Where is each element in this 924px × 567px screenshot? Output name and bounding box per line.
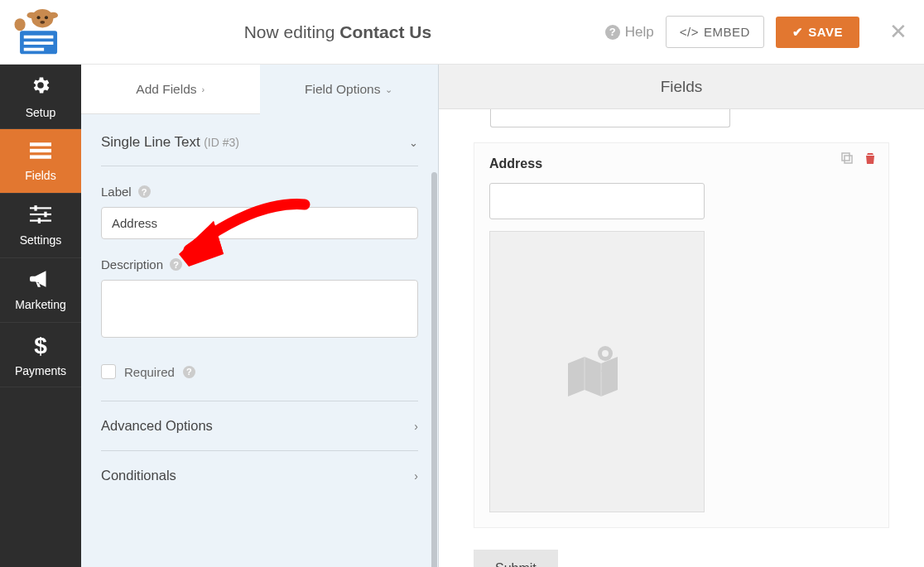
label-label: Label ?	[101, 185, 418, 199]
description-row: Description ?	[101, 257, 418, 341]
scrollbar-track	[431, 65, 437, 567]
conditionals-label: Conditionals	[101, 468, 176, 483]
description-text: Description	[101, 257, 163, 271]
nav-fields[interactable]: Fields	[0, 129, 81, 194]
address-title: Address	[489, 156, 873, 171]
svg-rect-7	[24, 35, 54, 38]
conditionals-row[interactable]: Conditionals ›	[101, 450, 418, 500]
close-icon[interactable]: ✕	[889, 19, 907, 45]
svg-rect-15	[30, 213, 51, 214]
title-prefix: Now editing	[244, 22, 340, 41]
svg-rect-21	[845, 156, 852, 163]
field-actions	[840, 151, 877, 165]
help-link[interactable]: ? Help	[605, 24, 654, 41]
dollar-icon: $	[34, 333, 47, 359]
fields-header-label: Fields	[661, 78, 703, 96]
code-icon: </>	[680, 25, 699, 39]
panel-tabs: Add Fields › Field Options ⌄	[81, 65, 438, 114]
svg-point-4	[45, 16, 48, 19]
nav-fields-label: Fields	[25, 169, 55, 182]
nav-marketing-label: Marketing	[15, 298, 65, 311]
chevron-down-icon: ⌄	[409, 137, 418, 149]
svg-rect-11	[30, 142, 51, 146]
svg-rect-12	[30, 148, 51, 151]
tab-field-options[interactable]: Field Options ⌄	[260, 65, 439, 114]
label-row: Label ?	[101, 185, 418, 239]
nav-settings-label: Settings	[20, 233, 62, 247]
svg-point-10	[15, 18, 26, 31]
field-type-name: Single Line Text	[101, 134, 200, 150]
submit-button[interactable]: Submit	[474, 550, 558, 567]
svg-point-2	[49, 12, 58, 18]
embed-button[interactable]: </> EMBED	[666, 16, 764, 48]
map-pin-icon	[560, 339, 634, 405]
description-input[interactable]	[101, 280, 418, 338]
svg-point-3	[37, 16, 41, 19]
svg-point-0	[31, 8, 53, 27]
svg-rect-19	[38, 218, 41, 223]
top-bar: Now editing Contact Us ? Help </> EMBED …	[0, 0, 924, 65]
svg-point-5	[40, 20, 45, 23]
embed-label: EMBED	[704, 25, 750, 39]
svg-point-23	[602, 350, 609, 357]
advanced-label: Advanced Options	[101, 418, 213, 434]
list-icon	[30, 141, 51, 164]
gear-icon	[30, 74, 51, 101]
nav-settings[interactable]: Settings	[0, 194, 81, 258]
tab-options-label: Field Options	[305, 82, 380, 97]
options-panel: Add Fields › Field Options ⌄ Single Line…	[81, 65, 439, 567]
svg-rect-13	[30, 155, 51, 158]
sliders-icon	[30, 205, 51, 228]
map-placeholder	[489, 231, 705, 512]
nav-setup-label: Setup	[26, 106, 56, 119]
help-icon: ?	[605, 25, 620, 40]
required-label: Required	[124, 365, 175, 379]
title-bold: Contact Us	[339, 22, 431, 41]
advanced-options-row[interactable]: Advanced Options ›	[101, 401, 418, 450]
field-id-tag: (ID #3)	[204, 136, 239, 149]
submit-label: Submit	[495, 561, 537, 567]
help-icon[interactable]: ?	[183, 366, 195, 378]
left-nav: Setup Fields Settings Marketing $ Paymen…	[0, 65, 81, 567]
tab-add-fields[interactable]: Add Fields ›	[81, 65, 260, 114]
scrollbar-thumb[interactable]	[431, 172, 437, 567]
help-icon[interactable]: ?	[138, 185, 151, 198]
field-heading[interactable]: Single Line Text (ID #3) ⌄	[101, 114, 418, 166]
svg-rect-8	[24, 41, 54, 45]
svg-rect-18	[44, 211, 46, 217]
top-actions: ? Help </> EMBED ✔ SAVE ✕	[605, 16, 907, 48]
description-label: Description ?	[101, 257, 418, 271]
svg-rect-17	[34, 205, 36, 211]
nav-payments[interactable]: $ Payments	[0, 323, 81, 387]
duplicate-icon[interactable]	[840, 151, 854, 165]
right-panel: Fields Address	[439, 65, 924, 567]
svg-rect-20	[842, 153, 849, 161]
bullhorn-icon	[30, 270, 51, 293]
preview-area: Address Submit	[439, 109, 924, 567]
address-input[interactable]	[489, 183, 705, 219]
chevron-right-icon: ›	[414, 420, 418, 433]
nav-payments-label: Payments	[15, 364, 66, 377]
nav-setup[interactable]: Setup	[0, 65, 81, 129]
address-field-block[interactable]: Address	[474, 142, 889, 528]
previous-field-input[interactable]	[490, 109, 730, 127]
tab-add-label: Add Fields	[136, 82, 196, 97]
check-icon: ✔	[792, 25, 804, 40]
nav-marketing[interactable]: Marketing	[0, 258, 81, 323]
chevron-down-icon: ⌄	[385, 84, 392, 95]
svg-rect-9	[24, 47, 44, 50]
required-checkbox[interactable]	[101, 364, 116, 379]
required-row: Required ?	[101, 364, 418, 401]
page-title: Now editing Contact Us	[70, 22, 605, 42]
help-label: Help	[625, 24, 654, 41]
panel-inner: Single Line Text (ID #3) ⌄ Label ? Descr…	[81, 114, 438, 567]
trash-icon[interactable]	[864, 151, 877, 165]
help-icon[interactable]: ?	[170, 258, 182, 271]
label-text: Label	[101, 185, 132, 199]
svg-point-1	[27, 12, 36, 18]
save-button[interactable]: ✔ SAVE	[776, 17, 859, 48]
save-label: SAVE	[808, 25, 843, 39]
wpforms-logo	[8, 7, 70, 57]
fields-header: Fields	[439, 65, 924, 109]
label-input[interactable]	[101, 207, 418, 239]
